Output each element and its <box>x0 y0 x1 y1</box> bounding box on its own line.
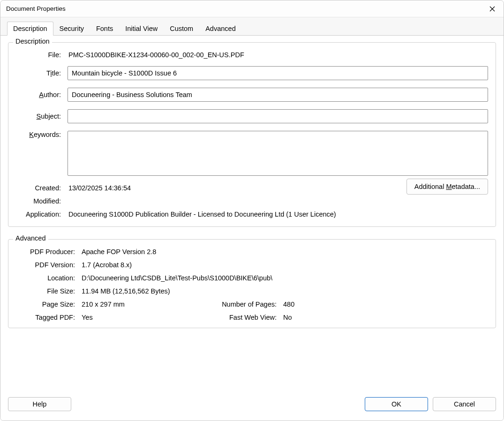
fastweb-label: Fast Web View: <box>208 314 283 321</box>
modified-label: Modified: <box>16 197 68 205</box>
location-value: D:\Docuneering Ltd\CSDB_Lite\Test-Pubs\S… <box>82 274 272 282</box>
author-input[interactable] <box>68 88 488 102</box>
tab-body: Description File: PMC-S1000DBIKE-X1234-0… <box>0 36 504 393</box>
ok-button[interactable]: OK <box>365 397 428 411</box>
fastweb-value: No <box>283 314 321 321</box>
advanced-group: Advanced PDF Producer: Apache FOP Versio… <box>8 239 496 328</box>
producer-label: PDF Producer: <box>16 248 82 256</box>
application-label: Application: <box>16 210 68 218</box>
advanced-legend: Advanced <box>13 234 48 242</box>
location-label: Location: <box>16 274 82 282</box>
description-group: Description File: PMC-S1000DBIKE-X1234-0… <box>8 42 496 227</box>
tab-fonts[interactable]: Fonts <box>90 22 119 36</box>
version-label: PDF Version: <box>16 261 82 269</box>
filesize-value: 11.94 MB (12,516,562 Bytes) <box>82 287 170 295</box>
description-legend: Description <box>13 38 52 45</box>
subject-label: Subject: <box>16 113 68 120</box>
cancel-button[interactable]: Cancel <box>433 397 496 411</box>
created-value: 13/02/2025 14:36:54 <box>68 184 131 192</box>
application-value: Docuneering S1000D Publication Builder -… <box>68 210 336 218</box>
keywords-input[interactable] <box>68 131 488 176</box>
numpages-value: 480 <box>283 301 321 308</box>
subject-input[interactable] <box>68 109 488 123</box>
pagesize-label: Page Size: <box>16 301 82 308</box>
tabbar: Description Security Fonts Initial View … <box>0 17 504 36</box>
footer: Help OK Cancel <box>0 393 504 421</box>
tab-description[interactable]: Description <box>7 22 53 36</box>
additional-metadata-button[interactable]: Additional Metadata... <box>406 179 488 195</box>
titlebar: Document Properties <box>0 0 504 17</box>
title-label: Title: <box>16 69 68 77</box>
filesize-label: File Size: <box>16 287 82 295</box>
window-title: Document Properties <box>6 5 487 12</box>
close-icon[interactable] <box>487 3 498 15</box>
title-input[interactable] <box>68 66 488 80</box>
created-label: Created: <box>16 184 68 192</box>
numpages-label: Number of Pages: <box>208 301 283 308</box>
tab-advanced[interactable]: Advanced <box>199 22 242 36</box>
author-label: Author: <box>16 91 68 98</box>
pagesize-value: 210 x 297 mm <box>82 301 208 308</box>
file-label: File: <box>16 51 68 59</box>
producer-value: Apache FOP Version 2.8 <box>82 248 156 256</box>
tab-custom[interactable]: Custom <box>164 22 199 36</box>
tab-initial-view[interactable]: Initial View <box>119 22 164 36</box>
tagged-value: Yes <box>82 314 208 321</box>
file-value: PMC-S1000DBIKE-X1234-00060-00_002-00_EN-… <box>68 51 244 59</box>
version-value: 1.7 (Acrobat 8.x) <box>82 261 132 269</box>
tagged-label: Tagged PDF: <box>16 314 82 321</box>
keywords-label: Keywords: <box>16 131 68 138</box>
tab-security[interactable]: Security <box>53 22 90 36</box>
help-button[interactable]: Help <box>8 397 71 411</box>
document-properties-window: Document Properties Description Security… <box>0 0 504 421</box>
